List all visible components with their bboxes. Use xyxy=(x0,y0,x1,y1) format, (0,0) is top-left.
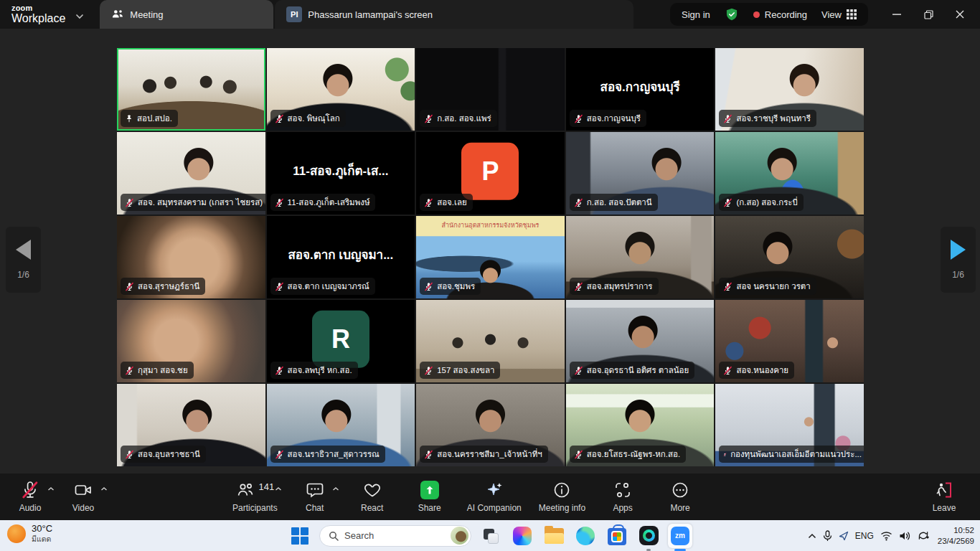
react-button[interactable]: React xyxy=(352,481,392,513)
sign-in-button[interactable]: Sign in xyxy=(682,9,710,20)
participant-tile[interactable]: สอจ.หนองคาย xyxy=(715,300,864,382)
audio-options-chevron-icon[interactable] xyxy=(47,486,55,491)
participant-tile[interactable]: สอจ.สมุทรปราการ xyxy=(566,216,715,298)
participant-tile[interactable]: Rสอจ.ลพบุรี หก.สอ. xyxy=(267,300,415,382)
participant-name: ก.สอ. สอจ.แพร่ xyxy=(437,112,491,125)
restore-button[interactable] xyxy=(913,0,944,29)
gallery-prev-button[interactable]: 1/6 xyxy=(6,227,41,293)
tab-shared-screen[interactable]: PI Phassarun lamampai's screen xyxy=(275,0,633,29)
participant-tile[interactable]: กองทุนพัฒนาเอสเอ็มอีตามแนวประ... xyxy=(715,384,864,466)
weather-desc: มีแดด xyxy=(32,534,52,543)
participant-tile[interactable]: สอจ.ราชบุรี พฤนทารี xyxy=(715,48,864,131)
task-view-button[interactable] xyxy=(479,524,503,548)
participant-tile[interactable]: 11-สอจ.ภูเก็ต-เส...11-สอจ.ภูเก็ต-เสริมพง… xyxy=(267,132,415,215)
search-highlight-image[interactable] xyxy=(451,527,468,545)
participant-name: 157 สอจ.สงขลา xyxy=(437,364,494,377)
zoom-app-button[interactable]: zm xyxy=(668,524,692,548)
participant-name-tag: สอจ.ตาก เบญจมาภรณ์ xyxy=(270,278,375,295)
audio-button[interactable]: Audio xyxy=(10,481,50,513)
chat-button[interactable]: Chat xyxy=(295,481,335,513)
minimize-button[interactable] xyxy=(881,0,913,29)
location-in-use-icon[interactable] xyxy=(839,531,849,541)
file-explorer-button[interactable] xyxy=(542,524,566,548)
participant-name-tag: สอป.สปอ. xyxy=(121,110,178,127)
view-button[interactable]: View xyxy=(821,9,857,20)
video-options-chevron-icon[interactable] xyxy=(100,486,108,491)
mic-off-icon xyxy=(125,198,134,207)
start-button[interactable] xyxy=(288,524,312,548)
meeting-info-label: Meeting info xyxy=(539,503,585,513)
apps-button[interactable]: Apps xyxy=(603,481,643,513)
window-controls xyxy=(881,0,976,29)
participant-name: สอจ. พิษณุโลก xyxy=(288,112,340,125)
weather-widget[interactable]: 30°C มีแดด xyxy=(7,524,52,543)
participant-tile[interactable]: สอป.สปอ. xyxy=(117,48,265,131)
mic-off-icon xyxy=(424,450,433,459)
mic-off-icon xyxy=(125,366,134,375)
leave-button[interactable]: Leave xyxy=(924,481,964,513)
participant-name: สอจ.สมุทรปราการ xyxy=(587,280,653,293)
heart-react-icon xyxy=(363,481,382,499)
participant-tile[interactable]: สอจ นครนายก วรตา xyxy=(715,216,864,298)
update-status-icon[interactable] xyxy=(917,530,930,541)
participant-tile[interactable]: สอจ.ยโสธร-ณัฐพร-หก.สอ. xyxy=(566,384,715,466)
participant-name-tag: สอจ.นราธิวาส_สุดาวรรณ xyxy=(270,446,385,463)
meeting-info-button[interactable]: Meeting info xyxy=(539,481,585,513)
mic-off-icon xyxy=(574,450,583,459)
participant-name-tag: ก.สอ. สอจ.ปัตตานี xyxy=(570,194,658,211)
participant-tile[interactable]: ก.สอ. สอจ.แพร่ xyxy=(416,48,565,131)
participant-tile[interactable]: สำนักงานอุตสาหกรรมจังหวัดชุมพรสอจ.ชุมพร xyxy=(416,216,565,298)
participant-tile[interactable]: สอจ. สมุทรสงคราม (เกสรา ไชยรส) xyxy=(117,132,265,215)
participant-tile[interactable]: (ก.สอ) สอจ.กระบี่ xyxy=(715,132,864,215)
video-label: Video xyxy=(72,503,94,513)
language-indicator[interactable]: ENG xyxy=(855,531,874,541)
tile-center-name: สอจ.ตาก เบญจมา... xyxy=(267,245,415,264)
edge-button[interactable] xyxy=(573,524,598,548)
participant-name-tag: สอจ.อุบลราชธานี xyxy=(121,446,206,463)
gallery-next-button[interactable]: 1/6 xyxy=(941,227,976,293)
participant-name: สอจ.อุดรธานี อติศร ตาลน้อย xyxy=(587,364,689,377)
mic-off-icon xyxy=(275,282,284,291)
participant-tile[interactable]: สอจ.อุบลราชธานี xyxy=(117,384,265,466)
copilot-button[interactable] xyxy=(510,524,534,548)
ai-companion-button[interactable]: AI Companion xyxy=(467,481,522,513)
participants-button[interactable]: 141 Participants xyxy=(232,481,278,513)
participant-tile[interactable]: สอจ.นครราชสีมา_เจ้าหน้าที่ฯ xyxy=(416,384,565,466)
mic-in-use-icon[interactable] xyxy=(823,530,832,542)
taskbar-clock[interactable]: 10:52 23/4/2569 xyxy=(938,525,974,547)
close-button[interactable] xyxy=(944,0,976,29)
participant-tile[interactable]: สอจ.อุดรธานี อติศร ตาลน้อย xyxy=(566,300,715,382)
participant-tile[interactable]: 157 สอจ.สงขลา xyxy=(416,300,565,382)
recording-indicator[interactable]: Recording xyxy=(753,9,807,20)
participant-tile[interactable]: ก.สอ. สอจ.ปัตตานี xyxy=(566,132,715,215)
more-button[interactable]: More xyxy=(660,481,700,513)
participant-tile[interactable]: สอจ.สุราษฎร์ธานี xyxy=(117,216,265,298)
participant-tile[interactable]: Pสอจ.เลย xyxy=(416,132,565,215)
participant-name: สอจ นครนายก วรตา xyxy=(736,280,810,293)
page-indicator-right: 1/6 xyxy=(952,270,964,280)
mic-off-icon xyxy=(424,282,433,291)
hidden-icons-chevron-icon[interactable] xyxy=(808,533,816,539)
security-shield-icon[interactable] xyxy=(725,7,739,22)
tab-meeting[interactable]: Meeting xyxy=(100,0,273,29)
participant-tile[interactable]: สอจ.ตาก เบญจมา...สอจ.ตาก เบญจมาภรณ์ xyxy=(267,216,415,298)
taskbar-search[interactable]: Search xyxy=(319,525,471,547)
video-button[interactable]: Video xyxy=(63,481,103,513)
participant-tile[interactable]: กุสุมา สอจ.ชย xyxy=(117,300,265,382)
participant-tile[interactable]: สอจ. พิษณุโลก xyxy=(267,48,415,131)
search-icon xyxy=(329,531,339,541)
microsoft-store-button[interactable] xyxy=(605,524,629,548)
participant-name-tag: ก.สอ. สอจ.แพร่ xyxy=(420,110,497,127)
participant-tile[interactable]: สอจ.กาญจนบุรีสอจ.กาญจนบุรี xyxy=(566,48,715,131)
chat-label: Chat xyxy=(306,503,324,513)
windows-logo-icon xyxy=(291,527,308,545)
volume-icon[interactable] xyxy=(899,531,910,541)
participant-tile[interactable]: สอจ.นราธิวาส_สุดาวรรณ xyxy=(267,384,415,466)
wifi-icon[interactable] xyxy=(880,531,892,541)
mic-off-icon xyxy=(574,366,583,375)
chat-chevron-icon[interactable] xyxy=(332,486,339,491)
share-button[interactable]: Share xyxy=(410,481,450,513)
webex-button[interactable] xyxy=(636,524,661,548)
chevron-down-icon[interactable] xyxy=(75,14,84,19)
participants-chevron-icon[interactable] xyxy=(275,486,282,491)
